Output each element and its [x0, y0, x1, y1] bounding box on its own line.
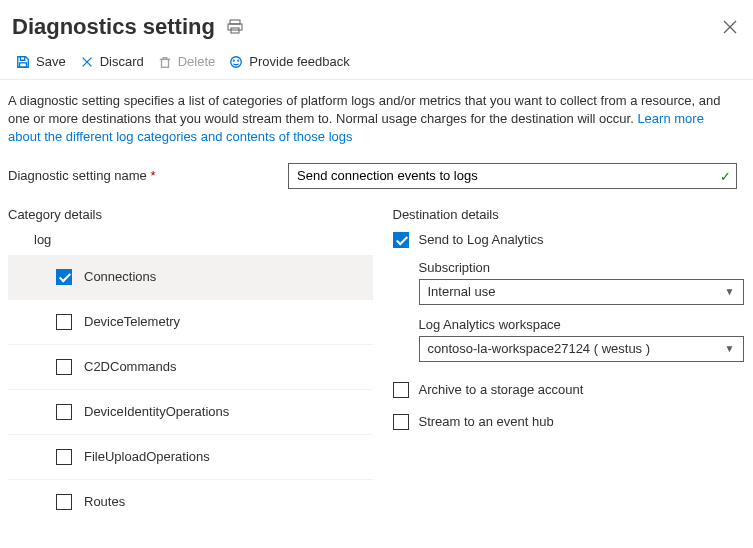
svg-point-10: [234, 60, 235, 61]
category-label: Routes: [84, 494, 125, 509]
category-item-deviceidentityoperations[interactable]: DeviceIdentityOperations: [8, 390, 373, 435]
subscription-select[interactable]: Internal use ▼: [419, 279, 744, 305]
subscription-label: Subscription: [419, 260, 744, 275]
feedback-label: Provide feedback: [249, 54, 349, 69]
category-label: C2DCommands: [84, 359, 176, 374]
subscription-value: Internal use: [428, 284, 496, 299]
feedback-button[interactable]: Provide feedback: [229, 54, 349, 69]
svg-point-9: [231, 56, 242, 67]
discard-label: Discard: [100, 54, 144, 69]
delete-label: Delete: [178, 54, 216, 69]
setting-name-label: Diagnostic setting name *: [8, 168, 288, 183]
destination-log-analytics[interactable]: Send to Log Analytics: [393, 232, 744, 248]
svg-rect-5: [20, 62, 27, 66]
intro-text: A diagnostic setting specifies a list of…: [8, 92, 728, 147]
close-icon[interactable]: [723, 20, 737, 34]
destination-label: Stream to an event hub: [419, 414, 554, 429]
checkbox-devicetelemetry[interactable]: [56, 314, 72, 330]
save-label: Save: [36, 54, 66, 69]
validation-check-icon: ✓: [720, 168, 731, 183]
setting-name-input[interactable]: [288, 163, 737, 189]
workspace-select[interactable]: contoso-la-workspace27124 ( westus ) ▼: [419, 336, 744, 362]
svg-rect-0: [230, 20, 240, 24]
destination-storage[interactable]: Archive to a storage account: [393, 382, 744, 398]
checkbox-log-analytics[interactable]: [393, 232, 409, 248]
page-title: Diagnostics setting: [12, 14, 215, 40]
category-item-c2dcommands[interactable]: C2DCommands: [8, 345, 373, 390]
chevron-down-icon: ▼: [725, 343, 735, 354]
checkbox-connections[interactable]: [56, 269, 72, 285]
category-label: DeviceIdentityOperations: [84, 404, 229, 419]
category-label: DeviceTelemetry: [84, 314, 180, 329]
workspace-label: Log Analytics workspace: [419, 317, 744, 332]
checkbox-eventhub[interactable]: [393, 414, 409, 430]
checkbox-routes[interactable]: [56, 494, 72, 510]
category-item-connections[interactable]: Connections: [8, 255, 373, 300]
destination-label: Archive to a storage account: [419, 382, 584, 397]
discard-button[interactable]: Discard: [80, 54, 144, 69]
category-label: Connections: [84, 269, 156, 284]
toolbar: Save Discard Delete Provide feedback: [0, 48, 753, 80]
log-subheading: log: [34, 232, 373, 247]
save-button[interactable]: Save: [16, 54, 66, 69]
delete-button: Delete: [158, 54, 216, 69]
category-item-devicetelemetry[interactable]: DeviceTelemetry: [8, 300, 373, 345]
svg-rect-1: [228, 24, 242, 30]
workspace-value: contoso-la-workspace27124 ( westus ): [428, 341, 651, 356]
destination-label: Send to Log Analytics: [419, 232, 544, 247]
category-item-fileuploadoperations[interactable]: FileUploadOperations: [8, 435, 373, 480]
category-list: Connections DeviceTelemetry C2DCommands …: [8, 255, 373, 524]
print-icon[interactable]: [227, 19, 243, 35]
category-details-heading: Category details: [8, 207, 373, 222]
checkbox-fileuploadoperations[interactable]: [56, 449, 72, 465]
svg-point-11: [238, 60, 239, 61]
checkbox-c2dcommands[interactable]: [56, 359, 72, 375]
category-label: FileUploadOperations: [84, 449, 210, 464]
blade-header: Diagnostics setting: [0, 0, 753, 48]
destination-eventhub[interactable]: Stream to an event hub: [393, 414, 744, 430]
svg-rect-8: [161, 59, 168, 67]
checkbox-storage[interactable]: [393, 382, 409, 398]
category-item-routes[interactable]: Routes: [8, 480, 373, 524]
chevron-down-icon: ▼: [725, 286, 735, 297]
destination-details-heading: Destination details: [393, 207, 744, 222]
checkbox-deviceidentityoperations[interactable]: [56, 404, 72, 420]
